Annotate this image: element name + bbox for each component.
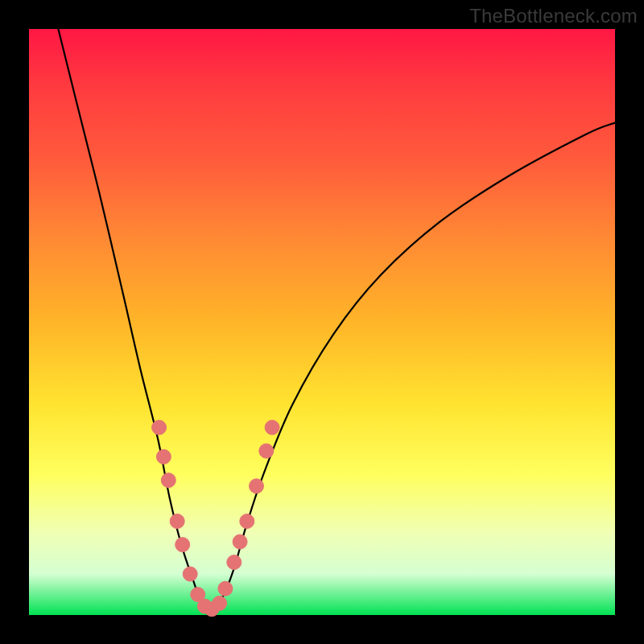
highlight-dot bbox=[213, 596, 227, 610]
highlight-dot bbox=[156, 449, 171, 464]
highlight-dot bbox=[250, 479, 264, 493]
chart-svg bbox=[29, 29, 615, 615]
highlight-dot bbox=[161, 473, 175, 488]
highlight-dot bbox=[183, 567, 197, 581]
highlight-dot bbox=[152, 420, 167, 435]
highlight-dot bbox=[259, 444, 274, 458]
highlight-dot bbox=[265, 420, 279, 435]
highlight-dots-group bbox=[152, 420, 280, 617]
plot-area bbox=[29, 29, 615, 615]
highlight-dot bbox=[227, 555, 242, 570]
highlight-dot bbox=[175, 538, 190, 552]
bottleneck-curve bbox=[58, 29, 615, 609]
watermark-text: TheBottleneck.com bbox=[469, 5, 638, 27]
highlight-dot bbox=[233, 535, 247, 549]
highlight-dot bbox=[170, 514, 184, 529]
chart-frame: TheBottleneck.com bbox=[0, 0, 644, 644]
highlight-dot bbox=[218, 581, 233, 596]
highlight-dot bbox=[240, 514, 254, 529]
